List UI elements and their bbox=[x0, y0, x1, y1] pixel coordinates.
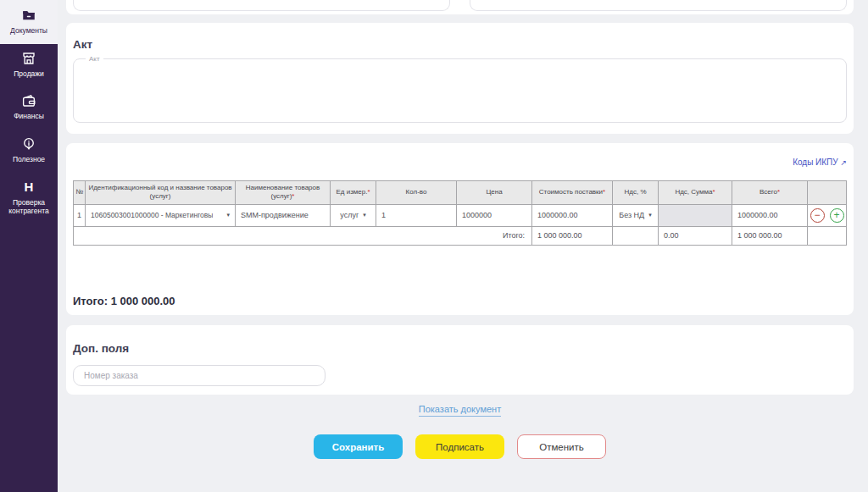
sidebar-item-label: Финансы bbox=[14, 112, 44, 121]
ikpu-codes-link-label: Коды ИКПУ bbox=[793, 158, 838, 167]
required-mark: * bbox=[712, 188, 715, 196]
required-mark: * bbox=[777, 188, 780, 196]
required-mark: * bbox=[367, 188, 370, 196]
row-num-cell: 1 bbox=[74, 204, 86, 226]
save-button[interactable]: Сохранить bbox=[314, 434, 403, 459]
act-textarea[interactable] bbox=[81, 63, 839, 113]
row-name-input[interactable]: SMM-продвижение bbox=[236, 204, 331, 226]
grand-total-value: 1 000 000.00 bbox=[111, 295, 175, 307]
chevron-down-icon: ▾ bbox=[648, 212, 652, 218]
sidebar-item-finance[interactable]: Финансы bbox=[0, 86, 58, 130]
col-header-vat-sum-label: Ндс, Сумма bbox=[675, 188, 712, 196]
counterparty-check-icon: H bbox=[20, 179, 37, 196]
ikpu-link-row: Коды ИКПУ ↗ bbox=[73, 153, 847, 167]
sign-button[interactable]: Подписать bbox=[415, 434, 504, 459]
col-header-actions bbox=[808, 181, 847, 205]
totals-supply-cost: 1 000 000.00 bbox=[532, 226, 613, 245]
row-supply-cost-input[interactable]: 1000000.00 bbox=[532, 204, 613, 226]
ikpu-codes-link[interactable]: Коды ИКПУ ↗ bbox=[793, 158, 847, 167]
extra-fields-title: Доп. поля bbox=[73, 342, 847, 355]
col-header-num: № bbox=[74, 181, 86, 205]
col-header-supply-cost-label: Стоимость поставки bbox=[539, 188, 603, 196]
act-card: Акт Акт bbox=[66, 23, 854, 134]
header-field-right[interactable] bbox=[470, 0, 847, 11]
col-header-total: Всего* bbox=[732, 181, 808, 205]
totals-label: Итого: bbox=[74, 226, 532, 245]
main-content: Акт Акт Коды ИКПУ ↗ № Идентификационный … bbox=[58, 0, 868, 492]
col-header-code: Идентификационный код и название товаров… bbox=[86, 181, 236, 205]
header-field-left[interactable] bbox=[73, 0, 450, 11]
col-header-vat-sum: Ндс, Сумма* bbox=[659, 181, 732, 205]
totals-vat-sum: 0.00 bbox=[659, 226, 732, 245]
remove-row-button[interactable]: − bbox=[810, 208, 825, 223]
chevron-down-icon: ▾ bbox=[226, 212, 230, 218]
sales-icon bbox=[20, 50, 37, 67]
external-link-icon: ↗ bbox=[840, 158, 847, 167]
chevron-down-icon: ▾ bbox=[363, 212, 366, 218]
sidebar-item-label: Документы bbox=[10, 26, 47, 36]
col-header-vat-percent: Ндс, % bbox=[613, 181, 659, 205]
show-document-link[interactable]: Показать документ bbox=[419, 404, 501, 417]
act-fieldset: Акт bbox=[73, 55, 847, 123]
documents-icon bbox=[20, 7, 37, 24]
sidebar-item-label: Проверка контрагента bbox=[2, 198, 56, 216]
extra-fields-card: Доп. поля bbox=[66, 325, 854, 395]
required-mark: * bbox=[292, 192, 294, 200]
col-header-supply-cost: Стоимость поставки* bbox=[532, 181, 613, 205]
col-header-qty: Кол-во bbox=[376, 181, 457, 205]
required-mark: * bbox=[603, 188, 605, 196]
sidebar-item-label: Полезное bbox=[13, 155, 45, 164]
sidebar-item-sales[interactable]: Продажи bbox=[0, 44, 58, 87]
totals-row: Итого: 1 000 000.00 0.00 1 000 000.00 bbox=[74, 226, 847, 245]
sidebar-item-documents[interactable]: Документы bbox=[0, 0, 58, 44]
act-section-title: Акт bbox=[73, 38, 847, 51]
table-header-row: № Идентификационный код и название товар… bbox=[74, 181, 847, 205]
grand-total-label: Итого: bbox=[73, 295, 108, 307]
col-header-total-label: Всего bbox=[760, 188, 777, 196]
items-card: Коды ИКПУ ↗ № Идентификационный код и на… bbox=[66, 143, 854, 315]
row-vat-sum-cell bbox=[659, 204, 732, 226]
row-qty-input[interactable]: 1 bbox=[376, 204, 457, 226]
minus-icon: − bbox=[814, 210, 820, 220]
table-row: 1 10605003001000000 - Маркетинговы ▾ SMM… bbox=[74, 204, 847, 226]
items-table: № Идентификационный код и название товар… bbox=[73, 180, 847, 246]
row-unit-value: услуг bbox=[340, 211, 359, 219]
col-header-name-label: Наименование товаров (услуг) bbox=[246, 184, 320, 200]
sidebar-item-useful[interactable]: Полезное bbox=[0, 130, 58, 173]
sidebar-item-counterparty-check[interactable]: H Проверка контрагента bbox=[0, 173, 58, 224]
grand-total: Итого: 1 000 000.00 bbox=[73, 295, 847, 307]
col-header-unit-label: Ед измер. bbox=[336, 188, 367, 196]
sidebar: Документы Продажи Финансы bbox=[0, 0, 58, 492]
col-header-price: Цена bbox=[457, 181, 532, 205]
useful-icon bbox=[20, 135, 37, 152]
button-row: Сохранить Подписать Отменить bbox=[66, 434, 854, 459]
plus-icon: + bbox=[833, 210, 839, 220]
cancel-button[interactable]: Отменить bbox=[517, 434, 606, 459]
add-row-button[interactable]: + bbox=[830, 208, 844, 223]
row-actions-cell: − + bbox=[808, 204, 847, 226]
row-code-select[interactable]: 10605003001000000 - Маркетинговы ▾ bbox=[86, 204, 236, 226]
top-fields-card bbox=[66, 0, 854, 14]
row-code-value: 10605003001000000 - Маркетинговы bbox=[91, 211, 213, 219]
row-vat-percent-select[interactable]: Без НД ▾ bbox=[613, 204, 659, 226]
sidebar-item-label: Продажи bbox=[14, 69, 44, 79]
totals-vat-percent bbox=[613, 226, 659, 245]
totals-total: 1 000 000.00 bbox=[732, 226, 808, 245]
row-price-input[interactable]: 1000000 bbox=[457, 204, 532, 226]
act-field-label: Акт bbox=[86, 55, 103, 63]
row-unit-select[interactable]: услуг ▾ bbox=[331, 204, 376, 226]
col-header-unit: Ед измер.* bbox=[331, 181, 376, 205]
row-vat-percent-value: Без НД bbox=[619, 211, 644, 219]
col-header-name: Наименование товаров (услуг)* bbox=[236, 181, 331, 205]
totals-actions bbox=[808, 226, 847, 245]
order-number-input[interactable] bbox=[73, 365, 326, 386]
finance-icon bbox=[20, 92, 37, 109]
row-total-input[interactable]: 1000000.00 bbox=[732, 204, 808, 226]
footer-actions: Показать документ Сохранить Подписать От… bbox=[66, 395, 854, 459]
